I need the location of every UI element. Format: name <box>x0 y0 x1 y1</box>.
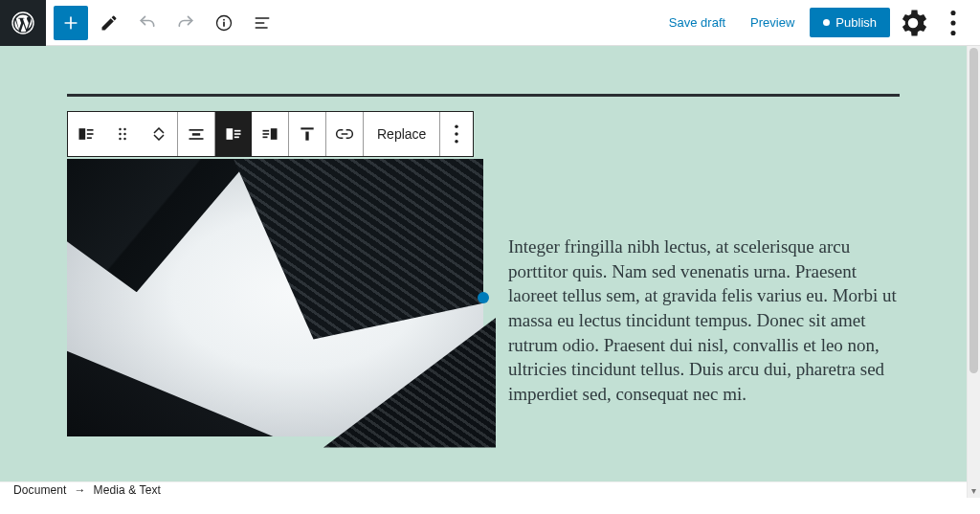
scrollbar-thumb[interactable] <box>969 48 978 373</box>
breadcrumb-separator: → <box>75 483 86 497</box>
paragraph[interactable]: Integer fringilla nibh lectus, at sceler… <box>508 235 900 406</box>
status-dot-icon <box>823 19 830 26</box>
move-up-down[interactable] <box>141 112 177 156</box>
svg-rect-24 <box>271 128 278 140</box>
media-text-icon <box>77 124 96 144</box>
svg-point-2 <box>223 18 225 20</box>
svg-rect-21 <box>234 130 241 132</box>
svg-rect-23 <box>234 137 239 139</box>
edit-mode-button[interactable] <box>92 6 126 40</box>
block-more-button[interactable] <box>440 112 473 156</box>
svg-rect-3 <box>223 21 225 26</box>
drag-handle[interactable] <box>104 112 141 156</box>
svg-rect-9 <box>87 133 94 135</box>
list-view-button[interactable] <box>245 6 279 40</box>
breadcrumb-root[interactable]: Document <box>13 483 67 497</box>
replace-media-button[interactable]: Replace <box>364 112 439 156</box>
svg-rect-28 <box>301 127 313 129</box>
svg-point-13 <box>119 133 122 136</box>
media-left-icon <box>224 124 243 144</box>
breadcrumb-current[interactable]: Media & Text <box>94 483 161 497</box>
svg-point-30 <box>456 124 459 128</box>
media-left-button[interactable] <box>215 112 252 156</box>
document-content[interactable]: Replace Integer fringilla nibh lectus, a… <box>0 46 967 481</box>
svg-rect-25 <box>263 130 270 132</box>
add-block-button[interactable] <box>54 6 88 40</box>
info-icon <box>214 13 234 33</box>
svg-rect-18 <box>192 133 200 136</box>
svg-rect-17 <box>189 129 204 131</box>
svg-rect-8 <box>87 129 94 131</box>
media-image[interactable] <box>67 159 483 436</box>
separator-block[interactable] <box>67 94 900 97</box>
svg-point-16 <box>123 138 126 141</box>
block-toolbar: Replace <box>67 111 474 157</box>
vertical-scrollbar[interactable]: ▾ <box>967 46 980 498</box>
preview-link[interactable]: Preview <box>741 10 804 35</box>
more-menu-button[interactable] <box>936 6 970 40</box>
svg-rect-10 <box>87 137 92 139</box>
link-button[interactable] <box>326 112 363 156</box>
plus-icon <box>61 13 80 33</box>
image-content <box>67 159 483 436</box>
media-text-block[interactable]: Integer fringilla nibh lectus, at sceler… <box>67 159 900 436</box>
publish-label: Publish <box>835 15 877 30</box>
gear-icon <box>896 6 930 40</box>
info-button[interactable] <box>207 6 241 40</box>
svg-point-4 <box>950 10 955 14</box>
svg-point-5 <box>950 20 955 25</box>
chevron-up-icon <box>153 127 165 134</box>
link-icon <box>335 124 354 144</box>
svg-rect-27 <box>263 137 268 139</box>
editor-topbar: Save draft Preview Publish <box>0 0 980 46</box>
chevron-down-icon <box>153 134 165 141</box>
svg-point-14 <box>123 133 126 136</box>
block-type-button[interactable] <box>68 112 104 156</box>
kebab-icon <box>936 6 970 40</box>
svg-rect-26 <box>263 133 270 135</box>
text-column[interactable]: Integer fringilla nibh lectus, at sceler… <box>483 159 900 436</box>
media-right-button[interactable] <box>252 112 288 156</box>
block-breadcrumb: Document → Media & Text <box>0 481 967 498</box>
editor-canvas: Replace Integer fringilla nibh lectus, a… <box>0 46 980 498</box>
outline-icon <box>253 13 272 33</box>
wordpress-icon <box>11 11 34 34</box>
save-draft-link[interactable]: Save draft <box>659 10 735 35</box>
svg-point-15 <box>119 138 122 141</box>
alignment-button[interactable] <box>178 112 214 156</box>
redo-button[interactable] <box>168 6 203 40</box>
pencil-icon <box>100 13 119 33</box>
svg-point-32 <box>456 140 459 144</box>
align-icon <box>187 124 206 144</box>
svg-point-12 <box>123 128 126 131</box>
scroll-down-arrow[interactable]: ▾ <box>968 482 980 498</box>
svg-point-11 <box>119 128 122 131</box>
svg-point-31 <box>456 132 459 136</box>
settings-button[interactable] <box>896 6 930 40</box>
svg-rect-29 <box>305 132 308 141</box>
svg-rect-20 <box>227 128 234 140</box>
drag-icon <box>113 124 132 144</box>
redo-icon <box>176 13 195 33</box>
resize-handle[interactable] <box>478 292 489 303</box>
undo-icon <box>138 13 157 33</box>
media-right-icon <box>260 124 279 144</box>
svg-rect-7 <box>79 128 86 140</box>
svg-point-6 <box>950 30 955 34</box>
align-top-icon <box>298 124 317 144</box>
svg-rect-22 <box>234 133 241 135</box>
vertical-align-button[interactable] <box>289 112 325 156</box>
publish-button[interactable]: Publish <box>810 8 890 37</box>
kebab-icon <box>447 124 466 144</box>
undo-button[interactable] <box>130 6 165 40</box>
wordpress-logo[interactable] <box>0 0 46 46</box>
topbar-right: Save draft Preview Publish <box>659 6 980 40</box>
svg-rect-19 <box>189 138 204 140</box>
